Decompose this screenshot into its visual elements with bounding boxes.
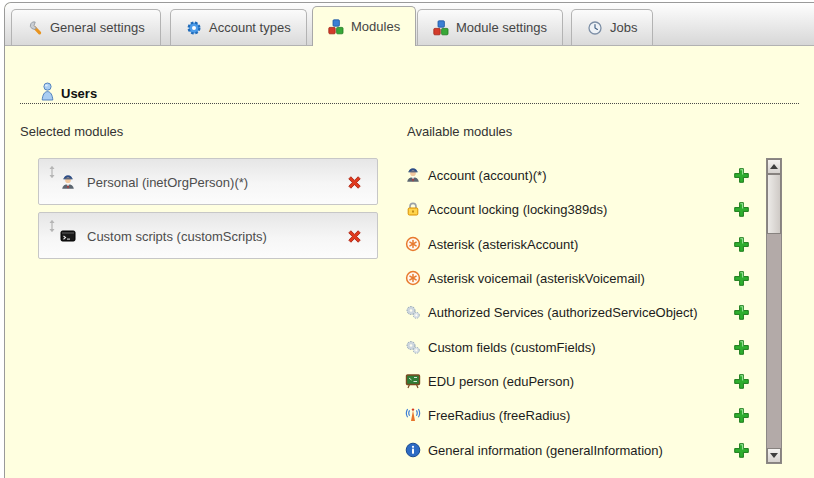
vertical-scrollbar[interactable] <box>766 158 782 464</box>
module-label: Authorized Services (authorizedServiceOb… <box>428 305 698 320</box>
gear-icon <box>186 20 202 36</box>
module-label: Asterisk (asteriskAccount) <box>428 237 578 252</box>
available-module-custom-fields: Custom fields (customFields) <box>405 332 750 362</box>
tab-general-settings[interactable]: General settings <box>11 9 161 45</box>
red-x-icon <box>346 174 363 191</box>
module-label: Asterisk voicemail (asteriskVoicemail) <box>428 271 645 286</box>
cubes-icon <box>433 20 449 36</box>
chalkboard-icon <box>405 373 421 389</box>
available-module-authorized-services: Authorized Services (authorizedServiceOb… <box>405 297 750 327</box>
tab-label: Modules <box>351 19 400 34</box>
person-icon <box>405 167 421 183</box>
add-module-button[interactable] <box>733 407 750 424</box>
lock-icon <box>405 201 421 217</box>
add-module-button[interactable] <box>733 236 750 253</box>
user-icon <box>40 82 55 101</box>
scrollbar-thumb[interactable] <box>767 174 781 234</box>
available-module-asterisk-voicemail: Asterisk voicemail (asteriskVoicemail) <box>405 263 750 293</box>
gears-icon <box>405 304 421 320</box>
available-module-edu-person: EDU person (eduPerson) <box>405 366 750 396</box>
green-plus-icon <box>733 407 750 424</box>
available-module-general-information: General information (generalInformation) <box>405 435 750 465</box>
gears-icon <box>405 339 421 355</box>
add-module-button[interactable] <box>733 304 750 321</box>
module-label: Account (account)(*) <box>428 168 547 183</box>
tab-label: Jobs <box>610 20 637 35</box>
antenna-icon <box>405 407 421 423</box>
available-modules-heading: Available modules <box>407 124 512 139</box>
config-panel: General settings Account types Modules <box>4 2 814 478</box>
tab-modules[interactable]: Modules <box>312 6 416 46</box>
green-plus-icon <box>733 442 750 459</box>
tab-account-types[interactable]: Account types <box>170 9 307 45</box>
green-plus-icon <box>733 304 750 321</box>
scrollbar-up-button[interactable] <box>767 159 781 174</box>
red-x-icon <box>346 228 363 245</box>
tab-label: Module settings <box>456 20 547 35</box>
selected-module-custom-scripts[interactable]: Custom scripts (customScripts) <box>38 212 378 259</box>
available-module-freeradius: FreeRadius (freeRadius) <box>405 400 750 430</box>
green-plus-icon <box>733 373 750 390</box>
green-plus-icon <box>733 167 750 184</box>
green-plus-icon <box>733 201 750 218</box>
selected-module-personal[interactable]: Personal (inetOrgPerson)(*) <box>38 158 378 205</box>
available-module-asterisk: Asterisk (asteriskAccount) <box>405 229 750 259</box>
add-module-button[interactable] <box>733 270 750 287</box>
info-icon <box>405 442 421 458</box>
asterisk-icon <box>405 270 421 286</box>
tab-label: Account types <box>209 20 291 35</box>
person-icon <box>60 174 76 190</box>
module-label: Personal (inetOrgPerson)(*) <box>87 175 248 190</box>
module-label: Account locking (locking389ds) <box>428 202 607 217</box>
section-title: Users <box>61 86 97 101</box>
module-label: EDU person (eduPerson) <box>428 374 574 389</box>
tab-jobs[interactable]: Jobs <box>571 9 653 45</box>
add-module-button[interactable] <box>733 373 750 390</box>
remove-module-button[interactable] <box>346 228 363 245</box>
arrow-up-icon <box>770 164 778 169</box>
add-module-button[interactable] <box>733 442 750 459</box>
clock-icon <box>587 20 603 36</box>
terminal-icon <box>60 228 76 244</box>
selected-modules-heading: Selected modules <box>20 124 123 139</box>
module-label: General information (generalInformation) <box>428 443 663 458</box>
module-label: Custom scripts (customScripts) <box>87 229 267 244</box>
tab-module-settings[interactable]: Module settings <box>417 9 563 45</box>
green-plus-icon <box>733 270 750 287</box>
green-plus-icon <box>733 339 750 356</box>
add-module-button[interactable] <box>733 167 750 184</box>
module-label: FreeRadius (freeRadius) <box>428 408 570 423</box>
green-plus-icon <box>733 236 750 253</box>
drag-handle-icon[interactable] <box>47 165 57 179</box>
add-module-button[interactable] <box>733 339 750 356</box>
available-module-account-locking: Account locking (locking389ds) <box>405 194 750 224</box>
tab-bar: General settings Account types Modules <box>5 3 814 46</box>
add-module-button[interactable] <box>733 201 750 218</box>
scrollbar-down-button[interactable] <box>767 448 781 463</box>
available-module-account: Account (account)(*) <box>405 160 750 190</box>
asterisk-icon <box>405 236 421 252</box>
section-divider <box>20 103 799 104</box>
arrow-down-icon <box>770 453 778 458</box>
tab-label: General settings <box>50 20 145 35</box>
module-label: Custom fields (customFields) <box>428 340 596 355</box>
remove-module-button[interactable] <box>346 174 363 191</box>
wrench-icon <box>27 20 43 36</box>
drag-handle-icon[interactable] <box>47 219 57 233</box>
cubes-icon <box>328 19 344 35</box>
